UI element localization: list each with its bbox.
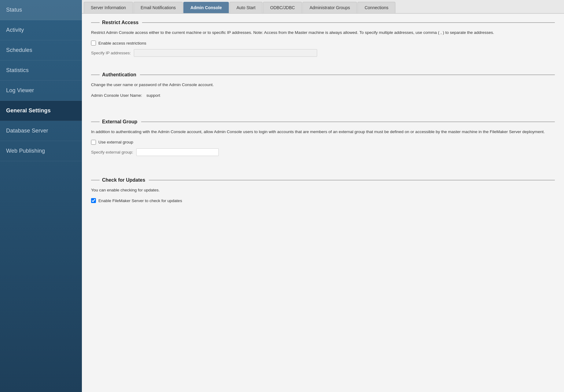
- external-group-section: External Group In addition to authentica…: [91, 119, 555, 156]
- tab-server-info[interactable]: Server Information: [84, 2, 133, 13]
- auth-section-line-right: [140, 74, 555, 75]
- sidebar-item-log-viewer[interactable]: Log Viewer: [0, 81, 82, 101]
- sidebar-item-activity[interactable]: Activity: [0, 20, 82, 40]
- sidebar-item-status[interactable]: Status: [0, 0, 82, 20]
- use-external-group-row: Use external group: [91, 140, 555, 145]
- tab-auto-start[interactable]: Auto Start: [229, 2, 262, 13]
- restrict-access-header: Restrict Access: [91, 20, 555, 25]
- restrict-access-section: Restrict Access Restrict Admin Console a…: [91, 20, 555, 57]
- use-external-group-checkbox[interactable]: [91, 140, 96, 145]
- content-area: Restrict Access Restrict Admin Console a…: [82, 14, 564, 392]
- user-name-row: Admin Console User Name: support: [91, 93, 555, 98]
- tab-connections[interactable]: Connections: [357, 2, 395, 13]
- tab-admin-console[interactable]: Admin Console: [183, 2, 229, 13]
- enable-updates-label[interactable]: Enable FileMaker Server to check for upd…: [98, 198, 182, 203]
- enable-access-label[interactable]: Enable access restrictions: [98, 41, 146, 45]
- external-group-header: External Group: [91, 119, 555, 125]
- check-updates-desc: You can enable checking for updates.: [91, 187, 555, 193]
- enable-updates-row: Enable FileMaker Server to check for upd…: [91, 198, 555, 203]
- check-updates-section: Check for Updates You can enable checkin…: [91, 177, 555, 203]
- authentication-header: Authentication: [91, 72, 555, 78]
- enable-access-checkbox[interactable]: [91, 41, 96, 45]
- updates-section-line-right: [149, 180, 555, 180]
- sidebar-item-statistics[interactable]: Statistics: [0, 60, 82, 81]
- check-updates-title: Check for Updates: [102, 177, 145, 183]
- user-name-label: Admin Console User Name:: [91, 93, 142, 98]
- ip-address-row: Specify IP addresses:: [91, 49, 555, 57]
- authentication-desc: Change the user name or password of the …: [91, 82, 555, 88]
- tab-admin-groups[interactable]: Administrator Groups: [302, 2, 357, 13]
- updates-section-line-left: [91, 180, 100, 180]
- check-updates-header: Check for Updates: [91, 177, 555, 183]
- sidebar-item-general-settings[interactable]: General Settings: [0, 101, 82, 121]
- external-group-desc: In addition to authenticating with the A…: [91, 129, 555, 135]
- external-group-input[interactable]: [136, 148, 219, 156]
- external-group-input-row: Specify external group:: [91, 148, 555, 156]
- sidebar-item-schedules[interactable]: Schedules: [0, 40, 82, 60]
- main-content: Server InformationEmail NotificationsAdm…: [82, 0, 564, 392]
- authentication-title: Authentication: [102, 72, 136, 78]
- restrict-access-desc: Restrict Admin Console access either to …: [91, 30, 555, 36]
- use-external-group-label[interactable]: Use external group: [98, 140, 133, 144]
- external-group-label: Specify external group:: [91, 150, 133, 154]
- sidebar-item-database-server[interactable]: Database Server: [0, 121, 82, 141]
- ext-section-line-left: [91, 122, 100, 122]
- external-group-title: External Group: [102, 119, 137, 125]
- enable-updates-checkbox[interactable]: [91, 198, 96, 203]
- tab-bar: Server InformationEmail NotificationsAdm…: [82, 0, 564, 14]
- ip-address-label: Specify IP addresses:: [91, 51, 131, 55]
- auth-section-line-left: [91, 74, 100, 75]
- authentication-section: Authentication Change the user name or p…: [91, 72, 555, 97]
- tab-odbc-jdbc[interactable]: ODBC/JDBC: [263, 2, 302, 13]
- ip-address-input[interactable]: [134, 49, 317, 57]
- enable-access-restrictions-row: Enable access restrictions: [91, 41, 555, 45]
- sidebar-item-web-publishing[interactable]: Web Publishing: [0, 141, 82, 161]
- section-line-right: [142, 22, 555, 23]
- user-name-value: support: [146, 93, 160, 98]
- sidebar: StatusActivitySchedulesStatisticsLog Vie…: [0, 0, 82, 392]
- section-line-left: [91, 22, 100, 23]
- restrict-access-title: Restrict Access: [102, 20, 138, 25]
- tab-email-notif[interactable]: Email Notifications: [134, 2, 183, 13]
- ext-section-line-right: [141, 122, 555, 122]
